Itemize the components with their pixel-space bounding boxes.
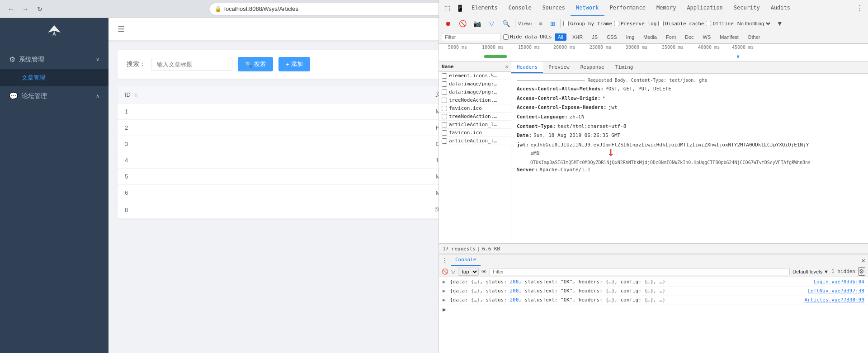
console-prompt-input[interactable]: [448, 306, 864, 311]
filter-doc-btn[interactable]: Doc: [682, 33, 697, 41]
item-checkbox[interactable]: [442, 114, 447, 119]
search-button[interactable]: 🔍 搜索: [238, 57, 273, 71]
context-select[interactable]: top: [458, 268, 479, 276]
network-item[interactable]: data:image/png:...: [439, 80, 511, 88]
filter-all-btn[interactable]: All: [555, 33, 566, 41]
console-filter-toggle-btn[interactable]: ▽: [451, 268, 455, 275]
tab-audits[interactable]: Audits: [765, 0, 796, 16]
filter-js-btn[interactable]: JS: [589, 33, 601, 41]
console-clear-btn[interactable]: 🚫: [442, 268, 448, 275]
list-view-button[interactable]: ≡: [536, 19, 546, 28]
network-item[interactable]: favicon.ico: [439, 104, 511, 113]
console-filter-input[interactable]: [490, 268, 790, 275]
reload-button[interactable]: ↻: [34, 4, 45, 14]
hide-data-urls-checkbox[interactable]: Hide data URLs: [503, 34, 552, 40]
tab-elements[interactable]: Elements: [466, 0, 503, 16]
sidebar-item-forum-mgmt[interactable]: 💬 论坛管理 ∧: [0, 86, 108, 106]
filter-font-btn[interactable]: Font: [663, 33, 679, 41]
filter-ws-btn[interactable]: WS: [700, 33, 714, 41]
devtools-cursor-icon[interactable]: ⬚: [441, 2, 453, 14]
tab-network[interactable]: Network: [571, 0, 604, 16]
preserve-log-checkbox[interactable]: Preserve log: [614, 21, 656, 27]
console-prompt-row: ▶: [439, 305, 868, 314]
filter-xhr-btn[interactable]: XHR: [569, 33, 586, 41]
hamburger-icon[interactable]: ☰: [118, 24, 125, 34]
group-by-frame-checkbox[interactable]: Group by frame: [563, 21, 612, 27]
timeline-10000: 10000 ms: [482, 45, 504, 50]
log-text: {data: {…}, status: 200, statusText: "OK…: [450, 288, 806, 294]
tab-sources[interactable]: Sources: [537, 0, 571, 16]
item-checkbox[interactable]: [442, 122, 447, 127]
console-drag-icon[interactable]: ⋮: [442, 257, 448, 264]
tab-performance[interactable]: Performance: [604, 0, 651, 16]
forward-button[interactable]: →: [20, 4, 31, 14]
back-button[interactable]: ←: [5, 4, 16, 14]
filter-img-btn[interactable]: Img: [623, 33, 637, 41]
expand-arrow-icon[interactable]: ▶: [443, 279, 448, 285]
tab-response[interactable]: Response: [575, 62, 610, 73]
item-name: data:image/png:...: [449, 81, 499, 87]
cell-id: 8: [118, 201, 428, 219]
item-checkbox[interactable]: [442, 106, 447, 111]
network-filter-input[interactable]: [442, 33, 500, 41]
tab-timing[interactable]: Timing: [610, 62, 639, 73]
log-source[interactable]: LeftNav.vue?d397:38: [807, 288, 864, 294]
search-network-button[interactable]: 🔍: [500, 17, 512, 30]
offline-checkbox[interactable]: Offline: [706, 21, 733, 27]
console-eye-btn[interactable]: 👁: [481, 268, 487, 275]
camera-button[interactable]: 📷: [471, 17, 483, 30]
filter-manifest-btn[interactable]: Manifest: [717, 33, 742, 41]
filter-button[interactable]: ▽: [485, 17, 498, 30]
devtools-device-icon[interactable]: 📱: [453, 2, 466, 14]
expand-arrow-icon[interactable]: ▶: [443, 288, 448, 294]
network-item[interactable]: element-icons.53...: [439, 72, 511, 80]
log-source[interactable]: Articles.vue?7390:99: [805, 297, 864, 303]
sidebar-item-sys-mgmt[interactable]: ⚙ 系统管理 ∨: [0, 50, 108, 69]
item-checkbox[interactable]: [442, 130, 447, 136]
tab-console[interactable]: Console: [503, 0, 537, 16]
filter-other-btn[interactable]: Other: [745, 33, 764, 41]
search-input[interactable]: [151, 58, 232, 71]
tab-application[interactable]: Application: [681, 0, 728, 16]
sidebar-menu: ⚙ 系统管理 ∨ 文章管理 💬 论坛管理 ∧: [0, 45, 108, 106]
network-item[interactable]: treeNodeAction.a...: [439, 96, 511, 104]
network-item[interactable]: articleAction_list...: [439, 137, 511, 145]
network-item[interactable]: data:image/png:...: [439, 88, 511, 96]
expand-arrow-icon[interactable]: ▶: [443, 297, 448, 303]
col-id[interactable]: ID ⇅: [118, 86, 428, 104]
levels-button[interactable]: Default levels ▼: [793, 269, 829, 274]
throttle-select[interactable]: No throttling: [736, 20, 772, 27]
filter-css-btn[interactable]: CSS: [604, 33, 620, 41]
tab-preview[interactable]: Preview: [543, 62, 575, 73]
record-button[interactable]: ⏺: [442, 17, 454, 30]
sidebar-logo: [0, 18, 108, 45]
network-item[interactable]: favicon.ico: [439, 129, 511, 137]
header-val-date: Sun, 18 Aug 2019 06:26:35 GMT: [533, 132, 620, 140]
filter-media-btn[interactable]: Media: [640, 33, 660, 41]
console-close-button[interactable]: ✕: [862, 257, 865, 264]
disable-cache-checkbox[interactable]: Disable cache: [658, 21, 704, 27]
sidebar-item-article-mgmt[interactable]: 文章管理: [0, 69, 108, 86]
log-source[interactable]: Login.vue?03db:84: [813, 279, 864, 285]
item-name: articleAction_list...: [449, 122, 499, 127]
item-checkbox[interactable]: [442, 73, 447, 79]
cell-id: 1: [118, 104, 428, 120]
waterfall-view-button[interactable]: ⊞: [547, 19, 557, 28]
item-checkbox[interactable]: [442, 89, 447, 95]
close-details-button[interactable]: ✕: [505, 64, 508, 70]
tab-headers[interactable]: Headers: [511, 62, 543, 73]
item-checkbox[interactable]: [442, 81, 447, 87]
item-checkbox[interactable]: [442, 98, 447, 103]
throttle-dropdown[interactable]: ▼: [774, 17, 786, 30]
item-name: favicon.ico: [449, 130, 482, 136]
network-item[interactable]: articleAction_list...: [439, 121, 511, 129]
add-button[interactable]: + 添加: [278, 57, 310, 71]
devtools-more-menu[interactable]: ⋮: [854, 2, 866, 14]
tab-memory[interactable]: Memory: [651, 0, 681, 16]
clear-button[interactable]: 🚫: [456, 17, 469, 30]
item-checkbox[interactable]: [442, 138, 447, 144]
console-tab[interactable]: Console: [451, 254, 481, 266]
tab-security[interactable]: Security: [728, 0, 765, 16]
network-item[interactable]: treeNodeAction.a...: [439, 113, 511, 121]
settings-button[interactable]: ⚙: [858, 267, 865, 276]
